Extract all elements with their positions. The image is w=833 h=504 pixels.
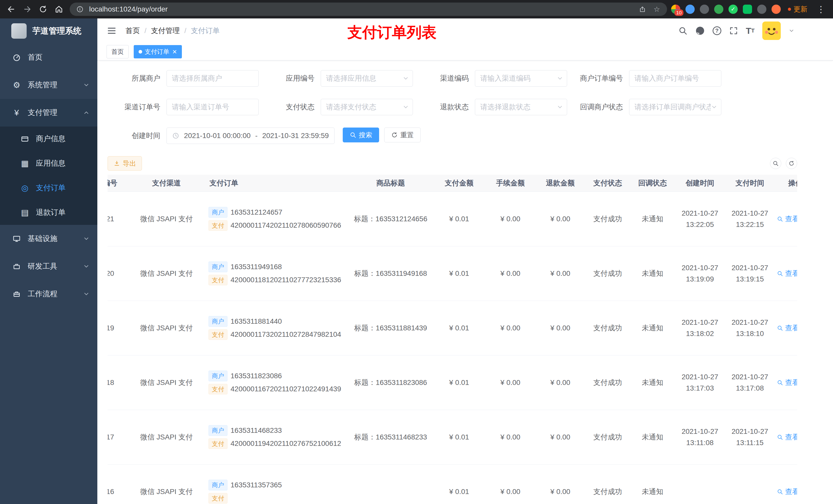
channel-order-no-input[interactable] bbox=[166, 99, 259, 115]
page-content: 所属商户 应用编号 请选择应用信息 渠道编码 请输入渠道编码 bbox=[97, 61, 833, 504]
extension-icon[interactable] bbox=[714, 5, 723, 14]
pay-time-cell bbox=[725, 464, 775, 504]
hamburger-icon[interactable] bbox=[106, 26, 117, 36]
close-icon[interactable]: × bbox=[172, 48, 177, 55]
extension-check-icon[interactable]: ✓ bbox=[729, 5, 738, 14]
channel-code-select[interactable]: 请输入渠道编码 bbox=[475, 70, 567, 87]
view-detail-link[interactable]: 查看详情 bbox=[777, 269, 797, 279]
sidebar: 芋道管理系统 首页 ⚙ 系统管理 ¥ 支付管理 bbox=[0, 19, 97, 504]
refund-amount: ¥ 0.00 bbox=[536, 192, 585, 246]
sidebar-item-payment[interactable]: ¥ 支付管理 bbox=[0, 99, 97, 126]
product-title: 标题：1635312124656 bbox=[348, 192, 433, 246]
filter-label-refund-status: 退款状态 bbox=[416, 102, 475, 112]
channel-transaction-no: 4200001194202110276752100612 bbox=[231, 439, 341, 448]
product-title bbox=[348, 464, 433, 504]
caret-down-icon[interactable] bbox=[788, 28, 794, 34]
owner-merchant-input[interactable] bbox=[166, 70, 259, 87]
site-info-icon[interactable] bbox=[75, 4, 85, 14]
extension-puzzle-icon[interactable] bbox=[757, 5, 766, 14]
channel-transaction-no: 4200001174202110278060590766 bbox=[231, 221, 341, 230]
fee-amount: ¥ 0.00 bbox=[485, 410, 536, 464]
pay-tag: 支付 bbox=[209, 329, 228, 340]
bank-card-icon bbox=[20, 135, 30, 143]
extension-chat-icon[interactable] bbox=[743, 5, 752, 14]
refund-amount: ¥ 0.00 bbox=[536, 464, 585, 504]
merchant-order-no: 1635311949168 bbox=[231, 263, 282, 271]
table-header-row: 编号 支付渠道 支付订单 商品标题 支付金额 手续金额 退款金额 支付状态 回调… bbox=[108, 175, 797, 192]
pay-status-select[interactable]: 请选择支付状态 bbox=[321, 99, 413, 115]
view-detail-link[interactable]: 查看详情 bbox=[777, 323, 797, 333]
hide-search-button[interactable] bbox=[770, 158, 781, 169]
pay-channel: 微信 JSAPI 支付 bbox=[128, 301, 205, 355]
sidebar-item-system[interactable]: ⚙ 系统管理 bbox=[0, 71, 97, 99]
extension-icon[interactable] bbox=[700, 5, 709, 14]
breadcrumb-home[interactable]: 首页 bbox=[125, 26, 140, 35]
browser-back-icon[interactable] bbox=[5, 3, 18, 16]
search-icon[interactable] bbox=[678, 26, 688, 35]
browser-address-bar[interactable]: localhost:1024/pay/order ☆ bbox=[70, 3, 667, 16]
create-time-range-picker[interactable]: 2021-10-01 00:00:00 - 2021-10-31 23:59:5… bbox=[166, 127, 335, 144]
breadcrumb-payment[interactable]: 支付管理 bbox=[151, 26, 180, 35]
extension-icon[interactable] bbox=[686, 5, 695, 14]
page-title-annotation: 支付订单列表 bbox=[347, 23, 436, 43]
chevron-down-icon bbox=[711, 104, 717, 111]
chevron-down-icon bbox=[402, 104, 409, 111]
sidebar-item-home[interactable]: 首页 bbox=[0, 44, 97, 71]
search-button[interactable]: 搜索 bbox=[343, 127, 379, 142]
share-icon[interactable] bbox=[637, 4, 647, 14]
user-avatar[interactable] bbox=[762, 22, 781, 40]
refresh-button[interactable] bbox=[786, 158, 797, 169]
sidebar-item-merchant-info[interactable]: 商户信息 bbox=[0, 126, 97, 151]
browser-forward-icon[interactable] bbox=[21, 3, 34, 16]
sidebar-item-refund-order[interactable]: ▤ 退款订单 bbox=[0, 200, 97, 225]
tab-pay-order[interactable]: 支付订单 × bbox=[134, 45, 182, 58]
browser-menu-icon[interactable]: ⋮ bbox=[814, 4, 827, 14]
view-detail-link[interactable]: 查看详情 bbox=[777, 487, 797, 497]
table-row: 19 微信 JSAPI 支付 商户 1635311881440 支付 42000… bbox=[108, 301, 797, 355]
merchant-order-no-input[interactable] bbox=[629, 70, 721, 87]
notify-status: 未通知 bbox=[630, 410, 675, 464]
actions-cell: 查看详情 bbox=[775, 464, 797, 504]
fullscreen-icon[interactable] bbox=[729, 26, 738, 35]
github-icon[interactable] bbox=[695, 26, 705, 35]
pay-amount: ¥ 0.01 bbox=[433, 301, 485, 355]
tab-home[interactable]: 首页 bbox=[106, 45, 128, 58]
reset-button[interactable]: 重置 bbox=[384, 127, 421, 142]
extension-icon[interactable]: 10 bbox=[671, 5, 680, 14]
sidebar-item-app-info[interactable]: ▦ 应用信息 bbox=[0, 151, 97, 176]
order-id: 16 bbox=[108, 464, 128, 504]
app-select[interactable]: 请选择应用信息 bbox=[321, 70, 413, 87]
sidebar-item-infrastructure[interactable]: 基础设施 bbox=[0, 225, 97, 253]
help-icon[interactable]: ? bbox=[713, 26, 721, 35]
export-button[interactable]: 导出 bbox=[108, 156, 142, 171]
notify-status: 未通知 bbox=[630, 464, 675, 504]
sidebar-item-pay-order[interactable]: ◎ 支付订单 bbox=[0, 176, 97, 200]
callback-status-select[interactable]: 请选择订单回调商户状态 bbox=[629, 99, 721, 115]
url-text[interactable]: localhost:1024/pay/order bbox=[89, 5, 633, 13]
filter-label-pay-status: 支付状态 bbox=[262, 102, 321, 112]
browser-home-icon[interactable] bbox=[52, 3, 66, 16]
refund-status-select[interactable]: 请选择退款状态 bbox=[475, 99, 567, 115]
view-detail-link[interactable]: 查看详情 bbox=[777, 432, 797, 442]
fee-amount: ¥ 0.00 bbox=[485, 192, 536, 246]
refund-amount: ¥ 0.00 bbox=[536, 301, 585, 355]
view-detail-link[interactable]: 查看详情 bbox=[777, 214, 797, 224]
document-icon: ▤ bbox=[20, 208, 30, 217]
profile-avatar-icon[interactable] bbox=[771, 5, 781, 14]
sidebar-item-dev-tools[interactable]: 研发工具 bbox=[0, 253, 97, 280]
notify-status: 未通知 bbox=[630, 301, 675, 355]
bookmark-star-icon[interactable]: ☆ bbox=[652, 4, 662, 14]
chevron-up-icon bbox=[83, 110, 90, 116]
view-detail-link[interactable]: 查看详情 bbox=[777, 378, 797, 387]
browser-update-button[interactable]: 更新 bbox=[786, 4, 809, 15]
sidebar-item-workflow[interactable]: 工作流程 bbox=[0, 280, 97, 308]
browser-reload-icon[interactable] bbox=[37, 3, 50, 16]
update-dot-icon bbox=[788, 8, 791, 11]
font-size-icon[interactable]: TT bbox=[746, 26, 755, 36]
breadcrumb-current: 支付订单 bbox=[191, 26, 220, 35]
col-title: 商品标题 bbox=[348, 175, 433, 192]
col-status: 支付状态 bbox=[585, 175, 630, 192]
notify-status: 未通知 bbox=[630, 355, 675, 410]
date-range-end: 2021-10-31 23:59:59 bbox=[262, 131, 329, 140]
create-time-cell: 2021-10-27 13:19:09 bbox=[675, 246, 725, 301]
